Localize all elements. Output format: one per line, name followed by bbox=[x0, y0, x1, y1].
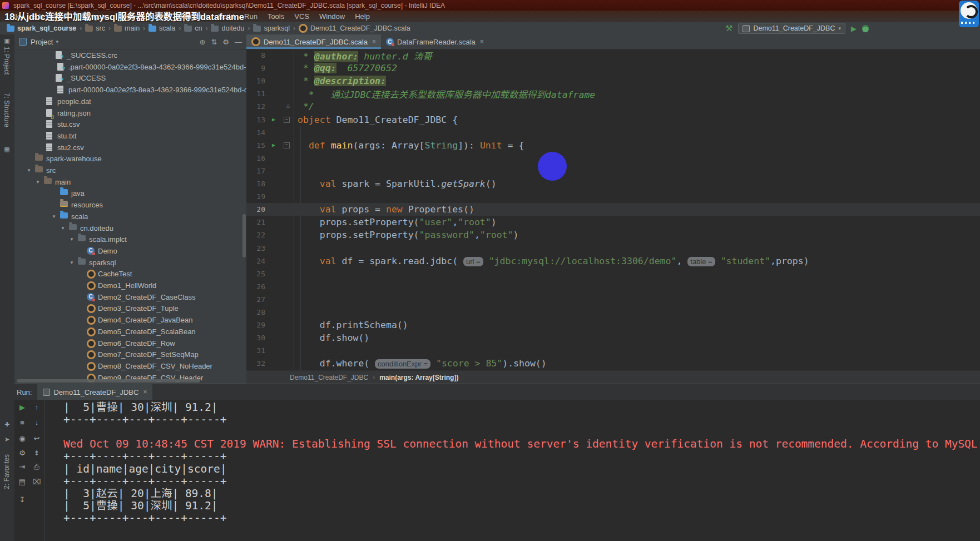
chevron-down-icon: ▾ bbox=[838, 26, 841, 31]
sidebar-item-structure[interactable]: 7: Structure bbox=[3, 93, 11, 127]
run-tab[interactable]: Demo11_CreateDF_JDBC × bbox=[37, 384, 152, 400]
up-stack-icon[interactable]: ↑ bbox=[32, 403, 41, 412]
tree-item[interactable]: rating.json bbox=[14, 107, 246, 119]
run-config-label: Demo11_CreateDF_JDBC bbox=[753, 24, 835, 32]
fold-toggle-icon[interactable]: − bbox=[284, 117, 290, 123]
tree-item[interactable]: java bbox=[14, 187, 246, 199]
menu-item-help[interactable]: Help bbox=[350, 11, 375, 22]
console-output[interactable]: | 5|曹操| 30|深圳| 91.2|+---+----+---+----+-… bbox=[44, 400, 980, 541]
clear-icon[interactable]: ⌧ bbox=[32, 478, 41, 487]
menu-item-vcs[interactable]: VCS bbox=[289, 11, 314, 22]
print-icon[interactable]: ⎙ bbox=[32, 463, 41, 471]
settings-gear-icon[interactable]: ⚙ bbox=[18, 449, 27, 458]
tree-item[interactable]: _SUCCESS bbox=[14, 72, 246, 84]
tree-item[interactable]: _SUCCESS.crc bbox=[14, 49, 246, 61]
stop-button[interactable]: ■ bbox=[18, 418, 27, 427]
locate-icon[interactable]: ⊕ bbox=[200, 38, 206, 46]
scroll-end-icon[interactable]: ⇟ bbox=[32, 449, 41, 458]
tree-item[interactable]: stu.csv bbox=[14, 118, 246, 130]
tree-item[interactable]: CacheTest bbox=[14, 268, 246, 280]
breadcrumb-item[interactable]: src bbox=[85, 24, 105, 32]
run-line-button[interactable]: ▶ bbox=[272, 116, 275, 122]
menu-item-window[interactable]: Window bbox=[314, 11, 350, 22]
tree-horizontal-scrollbar[interactable] bbox=[17, 379, 200, 383]
close-icon[interactable]: × bbox=[143, 388, 147, 396]
tree-item[interactable]: stu2.csv bbox=[14, 142, 246, 153]
project-panel-title[interactable]: Project bbox=[31, 38, 53, 46]
tree-item[interactable]: part-00000-0a02e2f3-8ea3-4362-9366-999c3… bbox=[14, 84, 246, 96]
breadcrumb-item[interactable]: main bbox=[114, 24, 140, 32]
structure-tool-icon[interactable]: ▦ bbox=[3, 146, 11, 153]
tree-item[interactable]: stu.txt bbox=[14, 130, 246, 142]
gutter-marks bbox=[269, 280, 293, 293]
build-hammer-icon[interactable]: ⚒ bbox=[725, 23, 732, 33]
close-icon[interactable]: × bbox=[372, 38, 376, 46]
expand-arrow-icon[interactable]: ▼ bbox=[70, 237, 74, 242]
tree-item[interactable]: resources bbox=[14, 199, 246, 211]
editor-tab[interactable]: CDataFrameReader.scala× bbox=[381, 34, 489, 49]
tree-item[interactable]: spark-warehouse bbox=[14, 153, 246, 165]
expand-arrow-icon[interactable]: ▼ bbox=[36, 180, 40, 185]
run-line-button[interactable]: ▶ bbox=[272, 142, 275, 148]
fold-toggle-icon[interactable]: − bbox=[284, 142, 290, 148]
line-number: 28 bbox=[246, 308, 269, 316]
tree-item[interactable]: Demo8_CreateDF_CSV_NoHeader bbox=[14, 360, 246, 372]
tree-item[interactable]: Demo7_CreateDF_SetSeqMap bbox=[14, 349, 246, 360]
menu-item-tools[interactable]: Tools bbox=[263, 11, 289, 22]
tree-item[interactable]: Demo4_CreateDF_JavaBean bbox=[14, 314, 246, 326]
down-stack-icon[interactable]: ↓ bbox=[32, 418, 41, 427]
tree-item[interactable]: .part-00000-0a02e2f3-8ea3-4362-9366-999c… bbox=[14, 61, 246, 73]
tree-vertical-scrollbar[interactable] bbox=[242, 214, 246, 257]
tree-item[interactable]: CDemo bbox=[14, 245, 246, 257]
tree-item[interactable]: ▼cn.doitedu bbox=[14, 222, 246, 234]
breadcrumb-item[interactable]: sparksql bbox=[253, 24, 290, 32]
collapse-all-icon[interactable]: ⇅ bbox=[211, 38, 217, 46]
chevron-down-icon[interactable]: ▾ bbox=[56, 39, 194, 44]
tree-item[interactable]: ▼src bbox=[14, 165, 246, 176]
tree-item[interactable]: Demo1_HellWorld bbox=[14, 280, 246, 291]
breadcrumb-item[interactable]: cn bbox=[184, 24, 202, 32]
run-toolbar: ⚒ Demo11_CreateDF_JDBC ▾ ▶ bbox=[725, 22, 869, 34]
restore-layout-icon[interactable]: ▤ bbox=[18, 478, 27, 487]
tree-item[interactable]: people.dat bbox=[14, 96, 246, 107]
breadcrumb-item[interactable]: Demo11_CreateDF_JDBC.scala bbox=[299, 24, 410, 33]
code-token: Properties() bbox=[403, 204, 474, 215]
favorites-tool-icon[interactable]: ✚ bbox=[3, 421, 11, 428]
close-icon[interactable]: × bbox=[480, 38, 484, 46]
code-editor[interactable]: 8 * @author: hunter.d 涛哥9 * @qq: 6572706… bbox=[246, 49, 980, 370]
tree-item[interactable]: ▼scala.implct bbox=[14, 234, 246, 245]
pin-icon[interactable]: ➤ bbox=[3, 436, 11, 443]
run-config-selector[interactable]: Demo11_CreateDF_JDBC ▾ bbox=[738, 23, 845, 34]
expand-arrow-icon[interactable]: ▼ bbox=[27, 168, 31, 173]
breadcrumb-class[interactable]: Demo11_CreateDF_JDBC bbox=[290, 374, 368, 381]
tree-item[interactable]: ▼scala bbox=[14, 211, 246, 222]
project-tool-icon[interactable]: ▣ bbox=[3, 37, 11, 44]
screenshot-icon[interactable]: ◉ bbox=[18, 434, 27, 443]
breadcrumb-item[interactable]: spark_sql_course bbox=[7, 24, 76, 32]
tree-item[interactable]: ▼sparksql bbox=[14, 257, 246, 269]
tree-item[interactable]: ▼main bbox=[14, 176, 246, 188]
scala-object-icon bbox=[87, 327, 96, 336]
breadcrumb-item[interactable]: doitedu bbox=[211, 24, 244, 32]
hide-panel-icon[interactable]: — bbox=[235, 38, 242, 46]
debug-button[interactable] bbox=[862, 25, 869, 32]
sidebar-item-project[interactable]: 1: Project bbox=[3, 47, 11, 75]
run-button[interactable]: ▶ bbox=[851, 24, 857, 33]
expand-arrow-icon[interactable]: ▼ bbox=[52, 214, 56, 219]
tree-item[interactable]: CDemo2_CreateDF_CaseClass bbox=[14, 291, 246, 303]
breadcrumb-item[interactable]: scala bbox=[149, 24, 175, 32]
softwrap-icon[interactable]: ↩ bbox=[32, 434, 41, 443]
expand-arrow-icon[interactable]: ▼ bbox=[70, 260, 74, 265]
exit-icon[interactable]: ⇥ bbox=[18, 463, 27, 471]
breadcrumb-method[interactable]: main(args: Array[String]) bbox=[379, 374, 458, 381]
tree-item[interactable]: Demo3_CreateDF_Tuple bbox=[14, 302, 246, 314]
tree-item[interactable]: Demo5_CreateDF_ScalaBean bbox=[14, 326, 246, 337]
unknown-file-icon bbox=[56, 51, 62, 59]
settings-gear-icon[interactable]: ⚙ bbox=[222, 38, 229, 46]
sidebar-item-favorites[interactable]: 2: Favorites bbox=[3, 454, 11, 489]
rerun-button[interactable]: ▶ bbox=[18, 403, 27, 412]
pin-icon[interactable]: ↧ bbox=[18, 495, 27, 504]
editor-tab[interactable]: Demo11_CreateDF_JDBC.scala× bbox=[246, 34, 381, 49]
tree-item[interactable]: Demo6_CreateDF_Row bbox=[14, 337, 246, 349]
expand-arrow-icon[interactable]: ▼ bbox=[61, 226, 65, 231]
